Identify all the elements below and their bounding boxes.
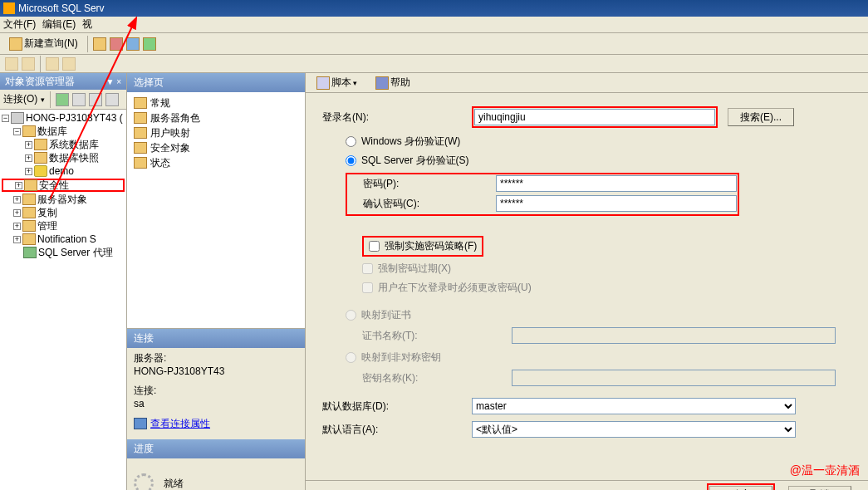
refresh-icon[interactable] [56, 93, 69, 106]
expand-icon[interactable]: + [13, 236, 21, 243]
default-lang-select[interactable]: <默认值> [472, 421, 796, 438]
toolbar-icon [22, 57, 35, 71]
search-button[interactable]: 搜索(E)... [728, 108, 794, 126]
toolbar-icon[interactable] [105, 93, 119, 106]
form-toolbar: 脚本 ▾ 帮助 [306, 73, 868, 93]
server-icon [11, 112, 24, 124]
expand-icon[interactable]: + [13, 196, 21, 203]
login-label: 登录名(N): [322, 110, 472, 125]
default-db-select[interactable]: master [472, 398, 796, 414]
auth-windows-radio[interactable]: Windows 身份验证(W) [322, 135, 851, 149]
tree-node-notification[interactable]: + Notification S [2, 233, 125, 246]
object-explorer-header: 对象资源管理器 ▼ × [0, 73, 126, 90]
checkbox-icon [362, 282, 373, 293]
ok-button[interactable]: 确定 [709, 486, 772, 491]
new-query-button[interactable]: 新建查询(N) [5, 34, 82, 53]
auth-sql-radio[interactable]: SQL Server 身份验证(S) [322, 154, 851, 168]
new-query-icon [9, 37, 22, 51]
properties-icon [134, 418, 147, 429]
view-connection-props-link[interactable]: 查看连接属性 [150, 417, 210, 431]
tree-node-databases[interactable]: − 数据库 [2, 125, 125, 138]
page-icon [134, 142, 147, 154]
expand-icon[interactable]: + [25, 168, 32, 175]
page-roles[interactable]: 服务器角色 [134, 110, 298, 125]
dropdown-icon: ▾ [353, 79, 357, 87]
expand-icon[interactable]: + [13, 209, 21, 217]
expand-icon[interactable]: + [25, 154, 32, 162]
progress-header: 进度 [127, 439, 305, 458]
panel-dropdown-icon[interactable]: ▼ × [105, 77, 121, 86]
radio-icon[interactable] [346, 155, 356, 166]
app-title: Microsoft SQL Serv [18, 2, 105, 14]
toolbar-icon[interactable] [93, 37, 106, 51]
radio-icon [346, 352, 356, 363]
folder-icon [22, 207, 36, 218]
page-securables[interactable]: 安全对象 [134, 140, 298, 155]
expand-icon[interactable]: + [13, 223, 21, 230]
menu-edit[interactable]: 编辑(E) [42, 17, 76, 32]
expand-icon[interactable]: + [15, 182, 22, 189]
help-button[interactable]: 帮助 [371, 73, 414, 92]
radio-icon[interactable] [346, 136, 356, 147]
server-label: 服务器: [134, 351, 298, 365]
confirm-password-input[interactable] [496, 195, 737, 212]
tree-node-mgmt[interactable]: + 管理 [2, 219, 125, 233]
folder-icon [22, 194, 36, 205]
confirm-password-label: 确认密码(C): [348, 197, 496, 211]
sub-toolbar [0, 55, 868, 73]
toolbar-icon [5, 57, 18, 71]
map-cert-radio: 映射到证书 [322, 308, 851, 322]
main-toolbar: 新建查询(N) [0, 33, 868, 55]
collapse-icon[interactable]: − [2, 115, 9, 122]
object-tree[interactable]: − HONG-PJ3108YT43 ( − 数据库 + 系统数据库 + 数据库快… [0, 110, 126, 490]
toolbar-icon[interactable] [143, 37, 156, 51]
watermark: @温一壶清酒 [790, 463, 860, 478]
expand-icon[interactable]: + [25, 141, 32, 149]
page-icon [134, 157, 147, 169]
connection-value: sa [134, 398, 298, 409]
login-input[interactable] [474, 109, 715, 125]
filter-icon[interactable] [89, 93, 102, 106]
toolbar-icon [46, 57, 59, 71]
tree-node-agent[interactable]: SQL Server 代理 [2, 246, 125, 259]
page-mapping[interactable]: 用户映射 [134, 125, 298, 140]
menu-file[interactable]: 文件(F) [3, 17, 36, 32]
tree-node-sysdb[interactable]: + 系统数据库 [2, 138, 125, 151]
cancel-button[interactable]: 取消 [788, 486, 851, 491]
folder-icon [34, 139, 47, 150]
folder-icon [22, 125, 36, 137]
connect-button[interactable]: 连接(O) [3, 92, 37, 106]
object-explorer-toolbar: 连接(O)▾ [0, 90, 126, 110]
connection-label: 连接: [134, 384, 298, 398]
dialog-footer: 确定 取消 [306, 480, 868, 490]
tree-node-security[interactable]: + 安全性 [2, 179, 125, 192]
tree-node-replication[interactable]: + 复制 [2, 206, 125, 219]
toolbar-icon [62, 57, 76, 71]
tree-node-demo[interactable]: + demo [2, 164, 125, 178]
menu-view[interactable]: 视 [82, 17, 92, 32]
default-lang-label: 默认语言(A): [322, 423, 472, 437]
connection-header: 连接 [127, 329, 305, 348]
password-input[interactable] [496, 175, 737, 192]
menu-bar: 文件(F) 编辑(E) 视 [0, 17, 868, 33]
enforce-policy-checkbox[interactable]: 强制实施密码策略(F) [362, 236, 483, 257]
radio-icon [346, 310, 356, 321]
collapse-icon[interactable]: − [13, 128, 21, 135]
folder-icon [22, 233, 36, 245]
toolbar-icon[interactable] [110, 37, 123, 51]
toolbar-icon[interactable] [72, 93, 86, 106]
key-name-label: 密钥名称(K): [322, 371, 512, 385]
checkbox-icon [362, 263, 373, 274]
tree-node-serverobj[interactable]: + 服务器对象 [2, 193, 125, 206]
progress-status: 就绪 [164, 477, 184, 491]
script-button[interactable]: 脚本 ▾ [312, 73, 361, 92]
page-status[interactable]: 状态 [134, 155, 298, 170]
page-icon [134, 127, 147, 139]
toolbar-icon[interactable] [126, 37, 140, 51]
page-general[interactable]: 常规 [134, 96, 298, 110]
tree-server-node[interactable]: − HONG-PJ3108YT43 ( [2, 111, 125, 125]
help-icon [375, 76, 389, 90]
tree-node-snapshot[interactable]: + 数据库快照 [2, 151, 125, 164]
password-label: 密码(P): [348, 177, 496, 191]
checkbox-icon[interactable] [369, 241, 380, 252]
